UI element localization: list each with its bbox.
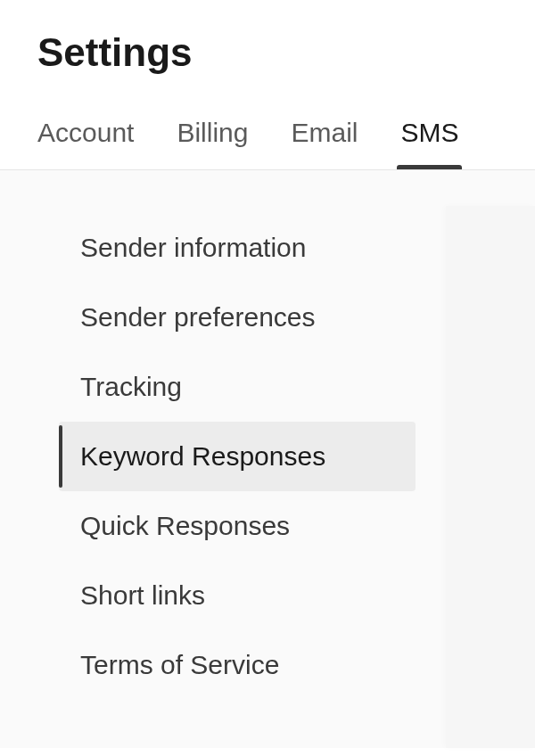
sidebar-item-sender-preferences[interactable]: Sender preferences <box>59 283 416 352</box>
sidebar-item-sender-information[interactable]: Sender information <box>59 213 416 283</box>
tab-email[interactable]: Email <box>291 118 358 169</box>
sidebar: Sender information Sender preferences Tr… <box>0 170 446 748</box>
sidebar-item-tracking[interactable]: Tracking <box>59 352 416 422</box>
page-title: Settings <box>37 30 498 75</box>
settings-header: Settings Account Billing Email SMS <box>0 0 535 170</box>
tab-billing[interactable]: Billing <box>177 118 248 169</box>
sidebar-item-quick-responses[interactable]: Quick Responses <box>59 491 416 561</box>
sidebar-item-short-links[interactable]: Short links <box>59 561 416 630</box>
content-area: Sender information Sender preferences Tr… <box>0 170 535 748</box>
content-panel <box>446 206 535 748</box>
tabs: Account Billing Email SMS <box>37 118 498 169</box>
sidebar-item-terms-of-service[interactable]: Terms of Service <box>59 630 416 700</box>
tab-account[interactable]: Account <box>37 118 134 169</box>
tab-sms[interactable]: SMS <box>400 118 458 169</box>
sidebar-item-keyword-responses[interactable]: Keyword Responses <box>59 422 416 491</box>
